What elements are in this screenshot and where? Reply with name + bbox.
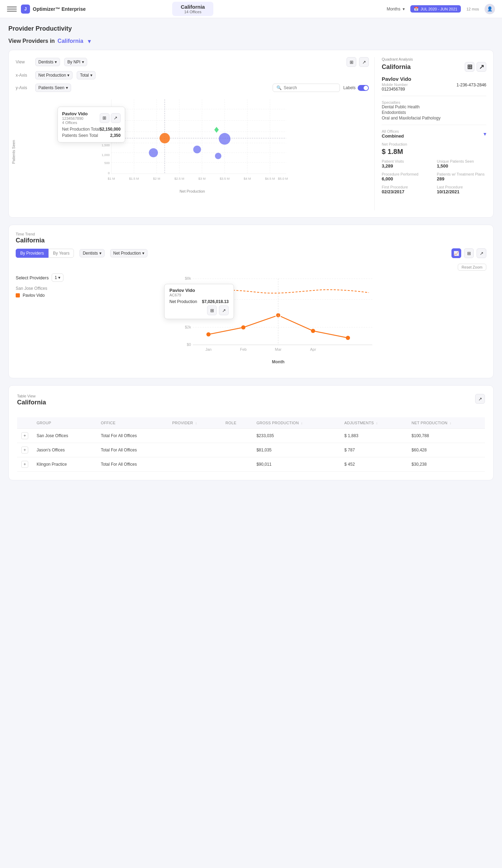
net-prod-label: Net Production — [382, 142, 486, 146]
svg-text:Feb: Feb — [240, 347, 247, 351]
cell-gross-3: $90,011 — [252, 457, 340, 472]
tooltip-grid-icon[interactable]: ⊞ — [100, 113, 109, 123]
search-input[interactable] — [284, 85, 336, 90]
cell-provider-3 — [168, 457, 221, 472]
cell-net-2: $60,428 — [408, 443, 485, 457]
trend-tooltip-row: Net Production $7,026,018.13 — [169, 299, 229, 304]
provider-color-dot — [16, 293, 20, 297]
trend-chart-icon[interactable]: 📈 — [451, 248, 461, 258]
date-range-selector[interactable]: 📅 JUL 2020 - JUN 2021 — [410, 5, 461, 13]
trend-dot-2[interactable] — [241, 325, 245, 330]
labels-label: Labels — [343, 85, 356, 90]
scatter-dot-1[interactable] — [219, 133, 230, 145]
svg-text:$3.5 M: $3.5 M — [220, 177, 229, 180]
scatter-dot-3[interactable] — [193, 146, 201, 153]
th-provider[interactable]: PROVIDER ↕ — [168, 417, 221, 429]
trend-grid-icon[interactable]: ⊞ — [464, 248, 474, 258]
cell-net-3: $30,238 — [408, 457, 485, 472]
x-axis-label: Month — [70, 359, 486, 364]
trend-tooltip-grid[interactable]: ⊞ — [207, 305, 217, 315]
table-share-icon[interactable]: ↗ — [475, 394, 485, 404]
y-axis-label: y-Axis — [16, 85, 31, 90]
offices-label: All Offices — [382, 129, 404, 133]
menu-button[interactable] — [7, 7, 17, 11]
th-adjustments[interactable]: ADJUSTMENTS ↕ — [340, 417, 408, 429]
time-selector[interactable]: Months ▾ — [387, 7, 404, 11]
x-total-select[interactable]: Total ▾ — [77, 71, 95, 79]
search-box[interactable]: 🔍 — [273, 84, 340, 92]
first-proc-label: First Procedure — [382, 185, 431, 189]
scatter-dot-2[interactable] — [149, 148, 158, 157]
svg-text:Mar: Mar — [275, 347, 282, 351]
by-providers-btn[interactable]: By Providers — [16, 249, 48, 258]
user-avatar[interactable]: 👤 — [485, 4, 495, 14]
y-axis-select[interactable]: Patients Seen ▾ — [35, 84, 71, 92]
trend-dot-4[interactable] — [346, 336, 350, 340]
providers-group-title: San Jose Offices — [16, 286, 64, 291]
panel-grid-icon[interactable]: ⊞ — [465, 62, 474, 72]
trend-tooltip-share[interactable]: ↗ — [219, 305, 229, 315]
procedures-item: Procedure Performed 6,000 — [382, 172, 431, 181]
by-npi-select[interactable]: By NPI ▾ — [64, 58, 87, 66]
panel-share-icon[interactable]: ↗ — [477, 62, 486, 72]
procedures-value: 6,000 — [382, 176, 431, 181]
th-role[interactable]: ROLE — [221, 417, 252, 429]
region-offices: 14 Offices — [181, 10, 205, 14]
last-proc-item: Last Procedure 10/12/2021 — [437, 185, 486, 194]
expand-btn-3[interactable]: + — [21, 461, 28, 468]
tooltip-share-icon[interactable]: ↗ — [111, 113, 121, 123]
treatment-plans-item: Patients w/ Treatment Plans 289 — [437, 172, 486, 181]
trend-controls: By Providers By Years Dentists ▾ Net Pro… — [16, 248, 486, 258]
trend-metric-select[interactable]: Net Production ▾ — [110, 249, 147, 257]
region-dropdown-arrow[interactable]: ▾ — [86, 38, 92, 44]
th-group[interactable]: GROUP — [32, 417, 97, 429]
th-gross[interactable]: GROSS PRODUCTION ↕ — [252, 417, 340, 429]
view-select[interactable]: Dentists ▾ — [35, 58, 60, 66]
x-axis-select[interactable]: Net Production ▾ — [35, 71, 73, 79]
svg-text:$2 M: $2 M — [153, 177, 160, 180]
providers-count-select[interactable]: 1 ▾ — [52, 273, 64, 282]
svg-text:$2.5 M: $2.5 M — [174, 177, 184, 180]
th-office[interactable]: OFFICE — [97, 417, 168, 429]
trend-dot-1[interactable] — [206, 332, 211, 336]
specialty-1: Dental Public Health — [382, 104, 486, 109]
grid-icon[interactable]: ⊞ — [347, 57, 356, 67]
tooltip-patients-value: 2,350 — [110, 133, 121, 138]
cell-office-3: Total For All Offices — [97, 457, 168, 472]
chart-controls-row1: View Dentists ▾ By NPI ▾ ⊞ ↗ — [16, 57, 369, 67]
table-head: GROUP OFFICE PROVIDER ↕ ROLE GROSS PRODU… — [17, 417, 485, 429]
quadrant-region: California ⊞ ↗ — [382, 62, 486, 72]
by-years-btn[interactable]: By Years — [48, 249, 74, 258]
cell-adj-2: $ 787 — [340, 443, 408, 457]
line-svg: $8k $6k $2k $0 — [70, 273, 486, 357]
tooltip-name: Pavlov Vido — [62, 111, 88, 116]
expand-btn-1[interactable]: + — [21, 432, 28, 439]
search-icon: 🔍 — [276, 85, 282, 90]
svg-text:$1 M: $1 M — [108, 177, 115, 180]
unique-patients-item: Unique Patients Seen 1,500 — [437, 159, 486, 169]
reset-zoom-btn[interactable]: Reset Zoom — [458, 264, 486, 271]
labels-toggle[interactable] — [358, 85, 369, 91]
trend-dentists-select[interactable]: Dentists ▾ — [79, 249, 104, 257]
svg-text:$2k: $2k — [185, 325, 191, 329]
expand-btn-2[interactable]: + — [21, 447, 28, 454]
cell-provider-2 — [168, 443, 221, 457]
logo-text: Optimizer™ Enterprise — [33, 6, 86, 12]
cell-role-2 — [221, 443, 252, 457]
scatter-dot-highlight[interactable] — [160, 133, 170, 144]
th-net[interactable]: NET PRODUCTION ↕ — [408, 417, 485, 429]
share-icon[interactable]: ↗ — [359, 57, 369, 67]
tooltip-patients-label: Patients Seen Total — [62, 133, 98, 138]
table-header-icons: ↗ — [475, 394, 485, 404]
table-section: Table View California ↗ GROUP OFFICE PRO… — [8, 385, 494, 480]
table-row: + San Jose Offices Total For All Offices… — [17, 429, 485, 443]
trend-share-icon[interactable]: ↗ — [477, 248, 486, 258]
region-selector[interactable]: California 14 Offices — [172, 2, 213, 16]
trend-region: California — [16, 237, 486, 244]
header-right: Months ▾ 📅 JUL 2020 - JUN 2021 12 mos 👤 — [387, 4, 495, 14]
view-providers-region: California — [58, 38, 83, 44]
offices-dropdown[interactable]: ▾ — [484, 131, 486, 137]
trend-dot-3[interactable] — [311, 329, 315, 333]
patient-visits-value: 3,289 — [382, 163, 431, 169]
scatter-dot-4[interactable] — [215, 153, 222, 160]
